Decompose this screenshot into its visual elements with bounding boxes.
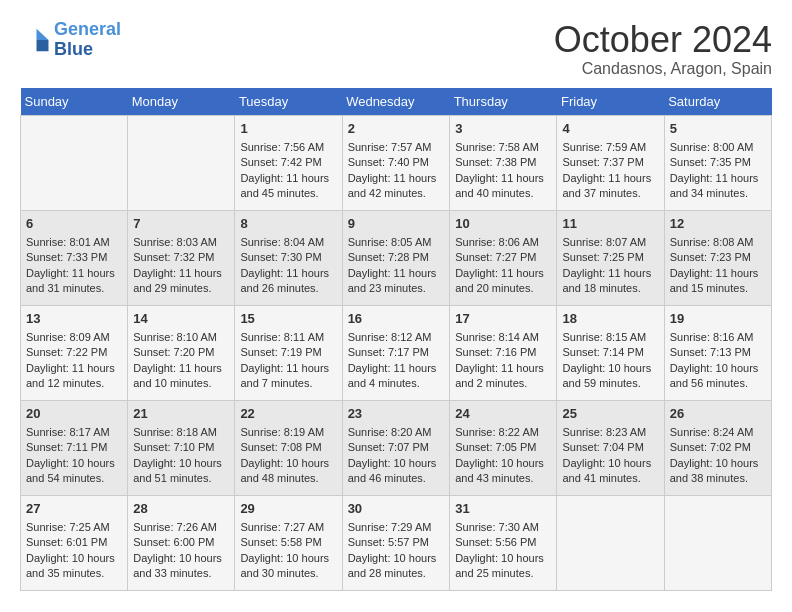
day-info: Daylight: 10 hours and 43 minutes. [455,456,551,487]
calendar-table: SundayMondayTuesdayWednesdayThursdayFrid… [20,88,772,591]
calendar-cell: 2Sunrise: 7:57 AMSunset: 7:40 PMDaylight… [342,115,450,210]
day-info: Daylight: 10 hours and 41 minutes. [562,456,658,487]
day-info: Sunset: 7:10 PM [133,440,229,455]
day-info: Daylight: 11 hours and 26 minutes. [240,266,336,297]
weekday-header: Sunday [21,88,128,116]
day-info: Daylight: 10 hours and 35 minutes. [26,551,122,582]
day-number: 5 [670,120,766,138]
calendar-cell: 27Sunrise: 7:25 AMSunset: 6:01 PMDayligh… [21,495,128,590]
day-info: Sunset: 6:01 PM [26,535,122,550]
day-info: Sunrise: 8:08 AM [670,235,766,250]
day-info: Sunrise: 8:14 AM [455,330,551,345]
day-info: Sunset: 7:28 PM [348,250,445,265]
day-info: Sunset: 7:30 PM [240,250,336,265]
day-info: Sunrise: 8:19 AM [240,425,336,440]
day-info: Sunset: 7:42 PM [240,155,336,170]
calendar-cell: 25Sunrise: 8:23 AMSunset: 7:04 PMDayligh… [557,400,664,495]
day-info: Sunset: 7:17 PM [348,345,445,360]
day-info: Daylight: 11 hours and 40 minutes. [455,171,551,202]
day-info: Sunset: 7:25 PM [562,250,658,265]
day-info: Sunset: 7:07 PM [348,440,445,455]
day-number: 8 [240,215,336,233]
calendar-cell: 3Sunrise: 7:58 AMSunset: 7:38 PMDaylight… [450,115,557,210]
day-info: Daylight: 11 hours and 7 minutes. [240,361,336,392]
calendar-cell: 10Sunrise: 8:06 AMSunset: 7:27 PMDayligh… [450,210,557,305]
day-info: Daylight: 11 hours and 15 minutes. [670,266,766,297]
weekday-header: Wednesday [342,88,450,116]
day-info: Daylight: 10 hours and 51 minutes. [133,456,229,487]
calendar-cell: 15Sunrise: 8:11 AMSunset: 7:19 PMDayligh… [235,305,342,400]
calendar-cell [21,115,128,210]
calendar-cell: 21Sunrise: 8:18 AMSunset: 7:10 PMDayligh… [128,400,235,495]
day-number: 21 [133,405,229,423]
day-number: 4 [562,120,658,138]
day-info: Sunset: 7:27 PM [455,250,551,265]
day-number: 19 [670,310,766,328]
weekday-header: Friday [557,88,664,116]
calendar-cell: 20Sunrise: 8:17 AMSunset: 7:11 PMDayligh… [21,400,128,495]
calendar-cell [664,495,771,590]
day-number: 13 [26,310,122,328]
calendar-cell: 23Sunrise: 8:20 AMSunset: 7:07 PMDayligh… [342,400,450,495]
day-info: Sunset: 7:14 PM [562,345,658,360]
day-info: Sunset: 6:00 PM [133,535,229,550]
calendar-cell: 19Sunrise: 8:16 AMSunset: 7:13 PMDayligh… [664,305,771,400]
calendar-cell [128,115,235,210]
day-info: Sunrise: 8:17 AM [26,425,122,440]
day-info: Sunrise: 7:26 AM [133,520,229,535]
calendar-week-row: 1Sunrise: 7:56 AMSunset: 7:42 PMDaylight… [21,115,772,210]
day-number: 20 [26,405,122,423]
calendar-cell: 13Sunrise: 8:09 AMSunset: 7:22 PMDayligh… [21,305,128,400]
day-number: 24 [455,405,551,423]
day-info: Sunrise: 8:18 AM [133,425,229,440]
day-info: Sunrise: 8:10 AM [133,330,229,345]
calendar-cell: 16Sunrise: 8:12 AMSunset: 7:17 PMDayligh… [342,305,450,400]
day-info: Sunrise: 8:11 AM [240,330,336,345]
day-info: Sunrise: 7:58 AM [455,140,551,155]
day-info: Daylight: 11 hours and 34 minutes. [670,171,766,202]
calendar-cell: 28Sunrise: 7:26 AMSunset: 6:00 PMDayligh… [128,495,235,590]
day-info: Sunset: 7:38 PM [455,155,551,170]
month-title: October 2024 [554,20,772,60]
day-info: Daylight: 10 hours and 28 minutes. [348,551,445,582]
day-info: Daylight: 11 hours and 12 minutes. [26,361,122,392]
day-number: 17 [455,310,551,328]
day-number: 22 [240,405,336,423]
day-info: Daylight: 11 hours and 42 minutes. [348,171,445,202]
day-info: Sunrise: 8:00 AM [670,140,766,155]
day-info: Sunset: 7:35 PM [670,155,766,170]
day-info: Sunset: 7:13 PM [670,345,766,360]
day-number: 2 [348,120,445,138]
day-number: 3 [455,120,551,138]
calendar-cell: 30Sunrise: 7:29 AMSunset: 5:57 PMDayligh… [342,495,450,590]
day-info: Sunrise: 7:29 AM [348,520,445,535]
calendar-cell: 17Sunrise: 8:14 AMSunset: 7:16 PMDayligh… [450,305,557,400]
day-info: Sunset: 7:33 PM [26,250,122,265]
day-number: 12 [670,215,766,233]
day-info: Daylight: 11 hours and 23 minutes. [348,266,445,297]
day-info: Sunrise: 8:23 AM [562,425,658,440]
weekday-header: Tuesday [235,88,342,116]
calendar-cell: 5Sunrise: 8:00 AMSunset: 7:35 PMDaylight… [664,115,771,210]
calendar-week-row: 20Sunrise: 8:17 AMSunset: 7:11 PMDayligh… [21,400,772,495]
day-info: Daylight: 11 hours and 10 minutes. [133,361,229,392]
day-number: 16 [348,310,445,328]
calendar-cell: 7Sunrise: 8:03 AMSunset: 7:32 PMDaylight… [128,210,235,305]
day-info: Daylight: 10 hours and 59 minutes. [562,361,658,392]
day-number: 1 [240,120,336,138]
calendar-header: SundayMondayTuesdayWednesdayThursdayFrid… [21,88,772,116]
day-info: Sunrise: 8:09 AM [26,330,122,345]
day-info: Daylight: 10 hours and 33 minutes. [133,551,229,582]
calendar-cell: 6Sunrise: 8:01 AMSunset: 7:33 PMDaylight… [21,210,128,305]
day-number: 15 [240,310,336,328]
day-info: Daylight: 11 hours and 45 minutes. [240,171,336,202]
day-info: Sunrise: 8:03 AM [133,235,229,250]
day-info: Daylight: 10 hours and 38 minutes. [670,456,766,487]
day-number: 7 [133,215,229,233]
day-number: 29 [240,500,336,518]
day-info: Daylight: 11 hours and 4 minutes. [348,361,445,392]
calendar-body: 1Sunrise: 7:56 AMSunset: 7:42 PMDaylight… [21,115,772,590]
day-info: Sunset: 7:19 PM [240,345,336,360]
day-info: Daylight: 10 hours and 30 minutes. [240,551,336,582]
day-number: 27 [26,500,122,518]
